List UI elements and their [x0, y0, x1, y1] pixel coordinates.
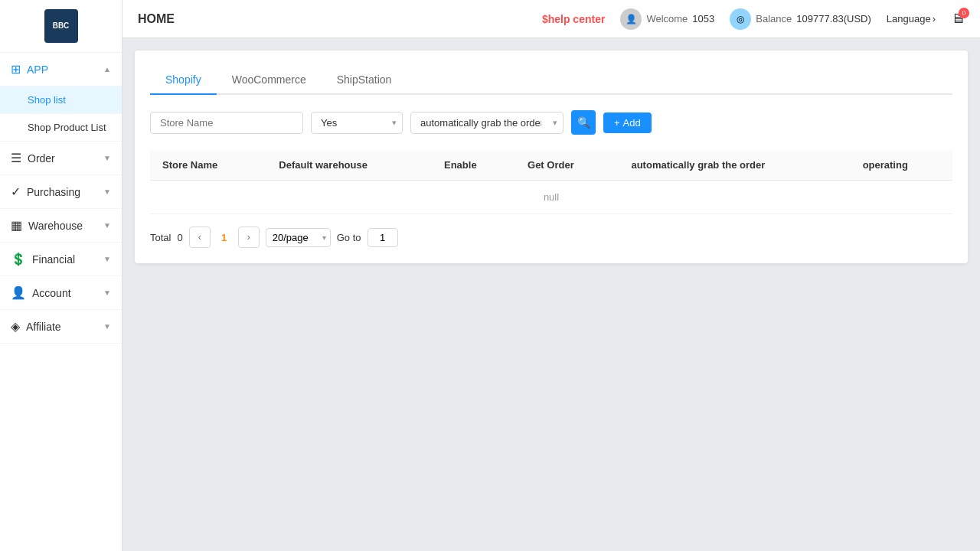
tab-shopify[interactable]: Shopify — [150, 66, 217, 95]
chevron-down-icon-financial: ▼ — [103, 255, 111, 263]
sidebar-menu: ⊞ APP ▲ Shop list Shop Product List ☰ Or… — [0, 53, 122, 551]
chevron-up-icon: ▲ — [103, 65, 111, 73]
notification-button[interactable]: 🖥 0 — [951, 11, 965, 27]
sidebar-item-app-label: APP — [27, 64, 48, 76]
warehouse-icon: ▦ — [11, 218, 22, 233]
sidebar-item-shop-list[interactable]: Shop list — [0, 86, 122, 114]
chevron-down-icon: ▼ — [103, 154, 111, 162]
balance-avatar: ◎ — [730, 8, 751, 30]
sidebar-item-affiliate-label: Affiliate — [26, 321, 61, 333]
store-name-input[interactable] — [150, 112, 303, 134]
avatar: 👤 — [620, 8, 642, 30]
goto-input[interactable] — [368, 228, 398, 247]
auto-grab-select[interactable]: automatically grab the order manual — [410, 112, 564, 134]
prev-icon: ‹ — [198, 232, 201, 243]
empty-row: null — [150, 181, 952, 214]
sidebar-item-shop-product-list[interactable]: Shop Product List — [0, 114, 122, 142]
welcome-section: 👤 Welcome 1053 — [620, 8, 714, 30]
current-page: 1 — [217, 232, 232, 243]
prev-page-button[interactable]: ‹ — [189, 227, 211, 248]
filter-row: Yes No automatically grab the order manu… — [150, 110, 952, 135]
balance-label: Balance — [756, 13, 792, 24]
goto-label: Go to — [337, 232, 361, 243]
account-icon: 👤 — [11, 285, 26, 300]
sidebar-item-affiliate[interactable]: ◈ Affiliate ▼ — [0, 310, 122, 344]
sidebar-item-warehouse-label: Warehouse — [28, 220, 83, 232]
purchasing-icon: ✓ — [11, 184, 21, 199]
sidebar: BBC ⊞ APP ▲ Shop list Shop Product List … — [0, 0, 122, 551]
chevron-down-icon-affiliate: ▼ — [103, 322, 111, 331]
plus-icon: + — [614, 117, 620, 129]
pagination: Total 0 ‹ 1 › 20/page 50/page 100/page G… — [150, 227, 952, 248]
tab-woocommerce[interactable]: WooCommerce — [217, 66, 322, 95]
add-label: Add — [623, 117, 641, 129]
search-button[interactable]: 🔍 — [571, 110, 596, 135]
col-operating: operating — [851, 150, 952, 181]
affiliate-icon: ◈ — [11, 319, 20, 334]
sidebar-item-financial[interactable]: 💲 Financial ▼ — [0, 243, 122, 276]
balance-value: 109777.83(USD) — [796, 13, 871, 24]
sidebar-item-account[interactable]: 👤 Account ▼ — [0, 276, 122, 310]
content-area: Shopify WooCommerce ShipStation Yes No — [122, 38, 980, 551]
enable-select[interactable]: Yes No — [311, 112, 403, 134]
tab-bar: Shopify WooCommerce ShipStation — [150, 66, 952, 95]
sidebar-item-purchasing[interactable]: ✓ Purchasing ▼ — [0, 175, 122, 209]
shop-list-label: Shop list — [28, 94, 66, 106]
header: HOME $help center 👤 Welcome 1053 ◎ Balan… — [122, 0, 980, 38]
welcome-label: Welcome — [646, 13, 688, 24]
sidebar-item-account-label: Account — [32, 287, 71, 299]
empty-text: null — [150, 181, 952, 214]
col-default-warehouse: Default warehouse — [266, 150, 432, 181]
total-label: Total — [150, 232, 171, 243]
language-chevron-icon: › — [933, 13, 936, 24]
logo-text: BBC — [53, 21, 70, 31]
next-icon: › — [247, 232, 250, 243]
sidebar-item-purchasing-label: Purchasing — [27, 186, 80, 198]
col-get-order: Get Order — [515, 150, 619, 181]
chevron-down-icon-account: ▼ — [103, 289, 111, 297]
search-icon: 🔍 — [577, 116, 590, 129]
sidebar-item-warehouse[interactable]: ▦ Warehouse ▼ — [0, 209, 122, 243]
balance-section: ◎ Balance 109777.83(USD) — [730, 8, 871, 30]
col-enable: Enable — [432, 150, 515, 181]
col-auto-grab: automatically grab the order — [619, 150, 850, 181]
notification-badge: 0 — [959, 8, 969, 18]
app-icon: ⊞ — [11, 62, 21, 77]
add-button[interactable]: + Add — [603, 112, 652, 133]
chevron-down-icon-warehouse: ▼ — [103, 221, 111, 230]
sidebar-item-order-label: Order — [28, 152, 55, 165]
col-store-name: Store Name — [150, 150, 266, 181]
per-page-select[interactable]: 20/page 50/page 100/page — [266, 228, 331, 247]
logo-container: BBC — [0, 0, 122, 53]
store-table: Store Name Default warehouse Enable Get … — [150, 150, 952, 214]
financial-icon: 💲 — [11, 252, 26, 266]
language-label: Language — [887, 13, 931, 24]
sidebar-item-order[interactable]: ☰ Order ▼ — [0, 142, 122, 175]
total-count: 0 — [177, 232, 182, 243]
logo-box: BBC — [44, 9, 78, 43]
page-title: HOME — [138, 12, 175, 26]
shop-product-list-label: Shop Product List — [28, 122, 106, 133]
order-icon: ☰ — [11, 151, 21, 165]
main-container: HOME $help center 👤 Welcome 1053 ◎ Balan… — [122, 0, 980, 551]
help-center-link[interactable]: $help center — [542, 13, 605, 25]
chevron-down-icon-purchasing: ▼ — [103, 187, 111, 196]
sidebar-item-app[interactable]: ⊞ APP ▲ — [0, 53, 122, 86]
welcome-value: 1053 — [692, 13, 714, 24]
next-page-button[interactable]: › — [238, 227, 260, 248]
content-card: Shopify WooCommerce ShipStation Yes No — [135, 51, 968, 263]
sidebar-item-financial-label: Financial — [32, 253, 75, 266]
language-button[interactable]: Language › — [887, 13, 936, 24]
tab-shipstation[interactable]: ShipStation — [322, 66, 407, 95]
